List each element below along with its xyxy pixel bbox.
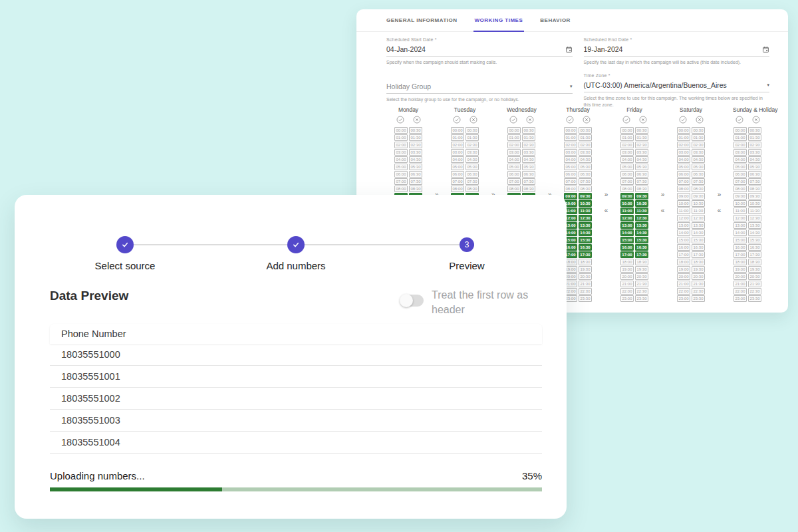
time-slot[interactable]: 08:00 bbox=[733, 186, 747, 192]
time-slot[interactable]: 10:00 bbox=[677, 200, 690, 207]
time-slot[interactable]: 03:00 bbox=[620, 149, 634, 156]
calendar-icon[interactable] bbox=[762, 46, 769, 53]
time-slot[interactable]: 17:30 bbox=[635, 251, 648, 258]
dropdown-arrow-icon[interactable]: ▾ bbox=[570, 84, 573, 88]
time-slot[interactable]: 02:30 bbox=[579, 142, 592, 148]
time-slot[interactable]: 07:30 bbox=[579, 178, 592, 185]
time-slot[interactable]: 13:30 bbox=[635, 222, 648, 229]
time-slot[interactable]: 19:30 bbox=[748, 266, 761, 273]
time-slot[interactable]: 03:00 bbox=[677, 149, 690, 156]
time-slot[interactable]: 05:00 bbox=[620, 164, 634, 170]
time-slot[interactable]: 08:30 bbox=[579, 186, 592, 192]
time-slot[interactable]: 16:30 bbox=[692, 244, 705, 251]
time-slot[interactable]: 00:30 bbox=[579, 127, 592, 134]
time-slot[interactable]: 10:30 bbox=[579, 200, 592, 207]
time-slot[interactable]: 08:30 bbox=[522, 186, 535, 192]
time-slot[interactable]: 17:00 bbox=[620, 251, 634, 258]
time-slot[interactable]: 14:00 bbox=[620, 229, 634, 236]
time-slot[interactable]: 00:00 bbox=[507, 127, 521, 134]
time-slot[interactable]: 07:30 bbox=[635, 178, 648, 185]
time-slot[interactable]: 19:30 bbox=[635, 266, 648, 273]
time-slot[interactable]: 09:30 bbox=[635, 193, 648, 200]
time-slot[interactable]: 15:30 bbox=[692, 237, 705, 243]
time-slot[interactable]: 00:00 bbox=[620, 127, 634, 134]
time-slot[interactable]: 07:00 bbox=[620, 178, 634, 185]
time-slot[interactable]: 02:30 bbox=[522, 142, 535, 148]
time-slot[interactable]: 20:30 bbox=[748, 273, 761, 280]
copy-to-previous-day-icon[interactable]: « bbox=[604, 207, 608, 214]
time-slot[interactable]: 19:30 bbox=[692, 266, 705, 273]
time-slot[interactable]: 16:00 bbox=[620, 244, 634, 251]
time-slot[interactable]: 06:30 bbox=[579, 171, 592, 178]
tab-behavior[interactable]: BEHAVIOR bbox=[540, 9, 571, 31]
time-slot[interactable]: 01:00 bbox=[507, 134, 521, 141]
time-slot[interactable]: 06:00 bbox=[507, 171, 521, 178]
time-slot[interactable]: 00:30 bbox=[692, 127, 705, 134]
time-slot[interactable]: 15:30 bbox=[579, 237, 592, 243]
time-slot[interactable]: 22:00 bbox=[620, 288, 634, 295]
time-slot[interactable]: 06:30 bbox=[748, 171, 761, 178]
time-slot[interactable]: 01:00 bbox=[564, 134, 577, 141]
start-date-input[interactable]: 04-Jan-2024 bbox=[386, 43, 573, 57]
time-slot[interactable]: 03:30 bbox=[692, 149, 705, 156]
time-slot[interactable]: 06:30 bbox=[409, 171, 422, 178]
time-slot[interactable]: 14:30 bbox=[579, 229, 592, 236]
time-slot[interactable]: 03:30 bbox=[635, 149, 648, 156]
time-slot[interactable]: 01:00 bbox=[451, 134, 464, 141]
time-slot[interactable]: 05:00 bbox=[677, 164, 690, 170]
time-slot[interactable]: 06:00 bbox=[451, 171, 464, 178]
time-slot[interactable]: 01:00 bbox=[733, 134, 747, 141]
time-slot[interactable]: 13:30 bbox=[579, 222, 592, 229]
time-slot[interactable]: 01:30 bbox=[748, 134, 761, 141]
time-slot[interactable]: 06:30 bbox=[522, 171, 535, 178]
time-slot[interactable]: 10:30 bbox=[748, 200, 761, 207]
time-slot[interactable]: 14:30 bbox=[635, 229, 648, 236]
time-slot[interactable]: 09:30 bbox=[692, 193, 705, 200]
select-all-day-icon[interactable] bbox=[509, 116, 517, 124]
time-slot[interactable]: 14:00 bbox=[733, 229, 747, 236]
time-slot[interactable]: 11:30 bbox=[579, 207, 592, 214]
time-slot[interactable]: 18:00 bbox=[733, 259, 747, 265]
end-date-input[interactable]: 19-Jan-2024 bbox=[584, 43, 770, 57]
tab-general-information[interactable]: GENERAL INFORMATION bbox=[386, 9, 458, 31]
time-slot[interactable]: 20:00 bbox=[677, 273, 690, 280]
time-slot[interactable]: 21:30 bbox=[748, 281, 761, 287]
time-slot[interactable]: 01:30 bbox=[692, 134, 705, 141]
clear-all-day-icon[interactable] bbox=[413, 116, 421, 124]
time-slot[interactable]: 07:30 bbox=[409, 178, 422, 185]
time-slot[interactable]: 01:00 bbox=[677, 134, 690, 141]
time-slot[interactable]: 00:00 bbox=[564, 127, 577, 134]
time-slot[interactable]: 16:30 bbox=[748, 244, 761, 251]
time-slot[interactable]: 07:00 bbox=[564, 178, 577, 185]
time-slot[interactable]: 07:30 bbox=[748, 178, 761, 185]
time-slot[interactable]: 09:00 bbox=[733, 193, 747, 200]
time-slot[interactable]: 06:00 bbox=[620, 171, 634, 178]
time-slot[interactable]: 20:00 bbox=[733, 273, 747, 280]
time-slot[interactable]: 06:00 bbox=[677, 171, 690, 178]
time-slot[interactable]: 08:00 bbox=[507, 186, 521, 192]
time-slot[interactable]: 12:30 bbox=[579, 215, 592, 221]
time-slot[interactable]: 19:00 bbox=[733, 266, 747, 273]
time-slot[interactable]: 05:00 bbox=[394, 164, 408, 170]
time-slot[interactable]: 02:00 bbox=[733, 142, 747, 148]
time-slot[interactable]: 09:30 bbox=[748, 193, 761, 200]
time-slot[interactable]: 20:30 bbox=[635, 273, 648, 280]
time-slot[interactable]: 17:30 bbox=[748, 251, 761, 258]
time-slot[interactable]: 17:00 bbox=[733, 251, 747, 258]
time-slot[interactable]: 04:30 bbox=[748, 156, 761, 163]
time-slot[interactable]: 04:30 bbox=[409, 156, 422, 163]
time-slot[interactable]: 13:30 bbox=[748, 222, 761, 229]
time-slot[interactable]: 11:30 bbox=[635, 207, 648, 214]
clear-all-day-icon[interactable] bbox=[752, 116, 760, 124]
time-slot[interactable]: 16:30 bbox=[579, 244, 592, 251]
time-slot[interactable]: 18:00 bbox=[620, 259, 634, 265]
time-slot[interactable]: 03:00 bbox=[564, 149, 577, 156]
time-slot[interactable]: 20:00 bbox=[620, 273, 634, 280]
time-slot[interactable]: 03:00 bbox=[394, 149, 408, 156]
time-slot[interactable]: 02:30 bbox=[748, 142, 761, 148]
copy-to-next-day-icon[interactable]: » bbox=[718, 192, 722, 198]
time-slot[interactable]: 08:00 bbox=[620, 186, 634, 192]
time-slot[interactable]: 18:00 bbox=[677, 259, 690, 265]
time-slot[interactable]: 21:00 bbox=[733, 281, 747, 287]
time-slot[interactable]: 01:00 bbox=[394, 134, 408, 141]
